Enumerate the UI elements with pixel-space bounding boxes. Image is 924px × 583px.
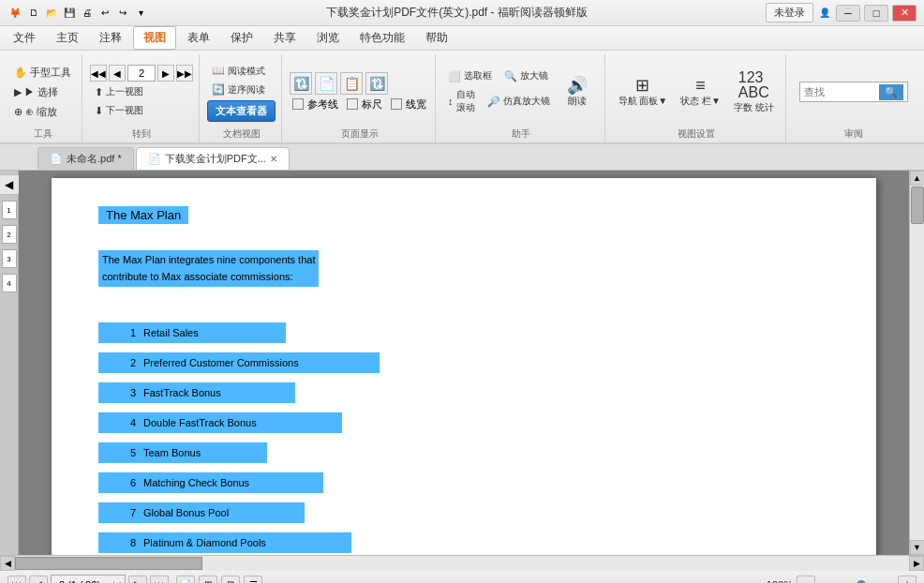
next-page-btn[interactable]: ▶ — [157, 65, 174, 82]
collapse-btn[interactable]: ◀ — [0, 174, 20, 195]
thumb-1[interactable]: 1 — [2, 201, 17, 219]
save-icon[interactable]: 💾 — [62, 6, 77, 21]
select-frame-btn[interactable]: ⬜ 选取框 — [443, 67, 497, 84]
search-button[interactable]: 🔍 — [879, 84, 903, 100]
print-icon[interactable]: 🖨 — [80, 6, 95, 21]
zoom-tool-btn[interactable]: ⊕ ⊕ 缩放 — [9, 103, 76, 121]
menu-browse[interactable]: 浏览 — [307, 27, 349, 49]
thumb-3[interactable]: 3 — [2, 249, 17, 268]
list-item-6: 6 Matching Check Bonus — [98, 472, 829, 493]
ribbon-group-viewsettings: ⊞ 导航 面板▼ ≡ 状态 栏▼ 123ABC 字数 统计 视图设置 — [607, 54, 786, 142]
close-button[interactable]: ✕ — [892, 5, 917, 22]
char-stats-btn[interactable]: 123ABC 字数 统计 — [728, 67, 780, 118]
text-viewer-btn[interactable]: 文本查看器 — [207, 100, 276, 122]
open-icon[interactable]: 📂 — [44, 6, 59, 21]
hscroll-thumb[interactable] — [15, 557, 202, 570]
hscroll-right-btn[interactable]: ▶ — [909, 556, 924, 571]
zoom-plus-btn[interactable]: ＋ — [898, 576, 917, 584]
tab-unnamed[interactable]: 📄 未命名.pdf * — [37, 147, 134, 170]
read-mode-icon: 📖 — [212, 65, 225, 77]
reverse-read-btn[interactable]: 🔄 逆序阅读 — [207, 82, 276, 98]
hand-tool-btn[interactable]: ✋ 手型工具 — [9, 64, 76, 82]
login-button[interactable]: 未登录 — [766, 3, 813, 22]
docview-group-label: 文档视图 — [223, 127, 261, 142]
user-icon[interactable]: 👤 — [817, 6, 832, 21]
single-page-btn[interactable]: 📄 — [176, 576, 195, 584]
auto-scroll-btn2[interactable]: ↕ 自动滚动 — [443, 86, 480, 116]
search-input[interactable] — [804, 86, 879, 97]
select-frame-icon: ⬜ — [448, 70, 461, 82]
status-next-btn[interactable]: ▶ — [128, 576, 147, 584]
thumb-2[interactable]: 2 — [2, 225, 17, 244]
status-prev-btn[interactable]: ◀ — [29, 576, 48, 584]
rotate-view-btn[interactable]: 🔃 — [290, 72, 312, 95]
status-bar-btn[interactable]: ≡ 状态 栏▼ — [675, 67, 726, 118]
nav-panel-btn[interactable]: ⊞ 导航 面板▼ — [613, 67, 674, 118]
prev-view-icon: ⬆ — [95, 86, 103, 98]
page-layout-btn[interactable]: 📄 — [315, 72, 337, 95]
menu-share[interactable]: 共享 — [264, 27, 306, 49]
two-page-view-btn[interactable]: ⊟ — [221, 576, 240, 584]
zoom-minus-btn[interactable]: － — [797, 576, 815, 584]
search-content: 🔍 — [799, 56, 908, 127]
tools-group-label: 工具 — [34, 127, 52, 142]
page-select[interactable]: 2 (1 / 20) — [51, 575, 126, 584]
speaker-icon: 🔊 — [567, 77, 588, 94]
magnifier-btn[interactable]: 🔍 放大镜 — [499, 67, 553, 84]
scroll-up-btn[interactable]: ▲ — [910, 171, 925, 186]
hscroll-left-btn[interactable]: ◀ — [0, 556, 15, 571]
thumb-4[interactable]: 4 — [2, 274, 17, 292]
first-page-btn[interactable]: ◀◀ — [90, 65, 107, 82]
fake-magnifier-btn[interactable]: 🔎 仿真放大镜 — [483, 86, 555, 116]
menu-help[interactable]: 帮助 — [416, 27, 457, 49]
menu-form[interactable]: 表单 — [178, 27, 219, 49]
page-navigation: ⏮ ◀ 2 (1 / 20) ▶ ⏭ — [7, 575, 169, 584]
zoom-slider-thumb[interactable] — [857, 580, 866, 584]
menu-home[interactable]: 主页 — [47, 27, 88, 49]
statusbar: ⏮ ◀ 2 (1 / 20) ▶ ⏭ 📄 ⊞ ⊟ ☰ 100% － ＋ — [0, 570, 924, 583]
page-number-input[interactable]: 2 — [127, 65, 156, 82]
prev-view-btn[interactable]: ⬆ 上一视图 — [90, 83, 193, 100]
menu-view[interactable]: 视图 — [133, 26, 176, 50]
customize-icon[interactable]: ▾ — [133, 6, 148, 21]
auto-scroll-btn[interactable]: 🔃 — [365, 72, 388, 95]
list-bar-2: 2 Preferred Customer Commissions — [98, 352, 380, 373]
tab-close-btn[interactable]: ✕ — [270, 154, 277, 164]
ribbon-group-helper: ⬜ 选取框 🔍 放大镜 ↕ 自动滚动 🔎 仿真放大镜 — [438, 54, 605, 142]
redo-icon[interactable]: ↪ — [115, 6, 130, 21]
list-bar-1: 1 Retail Sales — [98, 322, 286, 343]
tool-col: ✋ 手型工具 ▶ ▶ 选择 ⊕ ⊕ 缩放 — [9, 64, 76, 121]
helper-tools-row2: ↕ 自动滚动 🔎 仿真放大镜 — [443, 86, 555, 116]
ref-line-check[interactable]: 参考线 — [290, 97, 341, 112]
two-page-btn[interactable]: 📋 — [340, 72, 363, 95]
main-area: ◀ 1 2 3 4 The Max Plan The Max Plan inte… — [0, 171, 924, 555]
pdf-title: The Max Plan — [98, 206, 188, 224]
prev-page-btn[interactable]: ◀ — [109, 65, 126, 82]
new-icon[interactable]: 🗋 — [26, 6, 41, 21]
fit-page-btn[interactable]: ⊞ — [199, 576, 217, 584]
menu-special[interactable]: 特色功能 — [350, 27, 414, 49]
select-tool-btn[interactable]: ▶ ▶ 选择 — [9, 83, 76, 101]
tab-download[interactable]: 📄 下载奖金计划PDF文... ✕ — [136, 147, 290, 170]
menu-file[interactable]: 文件 — [4, 27, 45, 49]
status-last-btn[interactable]: ⏭ — [150, 576, 169, 584]
maximize-button[interactable]: □ — [864, 5, 888, 22]
minimize-button[interactable]: ─ — [836, 5, 860, 22]
scroll-down-btn[interactable]: ▼ — [910, 540, 925, 555]
scroll-thumb[interactable] — [911, 187, 924, 224]
list-item-1: 1 Retail Sales — [98, 322, 829, 343]
gridlines-check[interactable]: 线宽 — [388, 97, 429, 112]
menu-protect[interactable]: 保护 — [221, 27, 262, 49]
window-controls: 未登录 👤 ─ □ ✕ — [766, 3, 917, 22]
last-page-btn[interactable]: ▶▶ — [176, 65, 193, 82]
next-view-btn[interactable]: ⬇ 下一视图 — [90, 102, 193, 119]
read-mode-btn[interactable]: 📖 阅读模式 — [207, 63, 276, 80]
status-first-btn[interactable]: ⏮ — [7, 576, 26, 584]
continuous-btn[interactable]: ☰ — [244, 576, 262, 584]
undo-icon[interactable]: ↩ — [97, 6, 112, 21]
read-aloud-btn[interactable]: 🔊 朗读 — [557, 67, 599, 118]
menu-annotation[interactable]: 注释 — [90, 27, 131, 49]
ribbon: ✋ 手型工具 ▶ ▶ 选择 ⊕ ⊕ 缩放 工具 ◀◀ ◀ — [0, 51, 924, 144]
ruler-check[interactable]: 标尺 — [344, 97, 385, 112]
pagedisplay-group-label: 页面显示 — [341, 127, 379, 142]
